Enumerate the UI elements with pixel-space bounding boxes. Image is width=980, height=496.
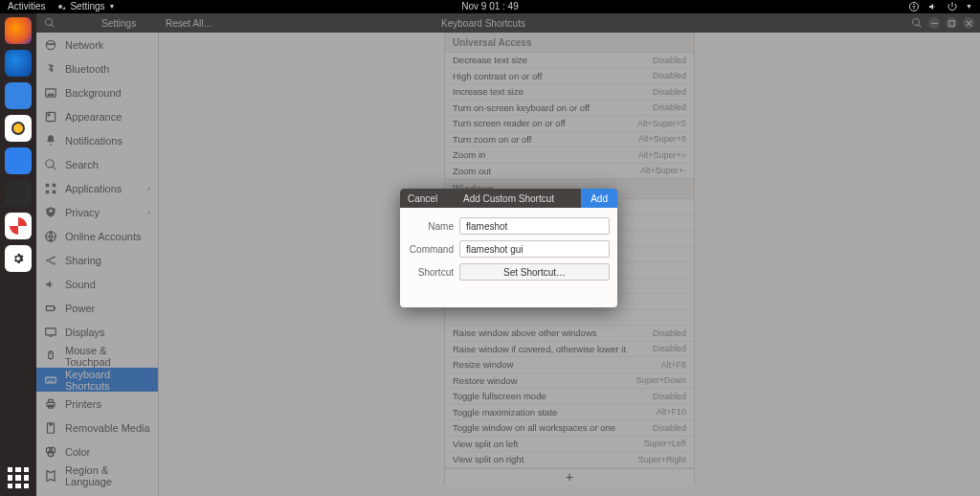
- shortcut-label: Shortcut: [408, 267, 454, 278]
- name-input[interactable]: [459, 217, 610, 235]
- set-shortcut-button[interactable]: Set Shortcut…: [459, 263, 610, 281]
- app-menu[interactable]: Settings ▼: [55, 0, 115, 13]
- accessibility-icon: [908, 1, 920, 12]
- gnome-topbar: Activities Settings ▼ Nov 9 01 : 49 ▼: [0, 0, 980, 13]
- dock-firefox[interactable]: [5, 17, 32, 44]
- add-shortcut-dialog: Cancel Add Custom Shortcut Add Name Comm…: [400, 189, 617, 307]
- dock-text-editor[interactable]: [5, 147, 32, 174]
- name-label: Name: [408, 221, 454, 232]
- dock: [0, 13, 36, 496]
- dock-terminal[interactable]: [5, 180, 32, 207]
- cancel-button[interactable]: Cancel: [400, 193, 445, 204]
- dialog-title: Add Custom Shortcut: [463, 193, 554, 204]
- power-icon: [947, 1, 958, 12]
- app-menu-label: Settings: [70, 0, 104, 13]
- clock[interactable]: Nov 9 01 : 49: [461, 0, 518, 13]
- command-input[interactable]: [459, 240, 610, 258]
- gear-icon: [12, 253, 24, 264]
- dock-thunderbird[interactable]: [5, 50, 32, 77]
- show-applications[interactable]: [8, 467, 29, 488]
- add-button[interactable]: Add: [581, 189, 617, 208]
- command-label: Command: [408, 244, 454, 255]
- dock-files[interactable]: [5, 82, 32, 109]
- dock-help[interactable]: [5, 213, 32, 239]
- volume-icon: [927, 1, 939, 12]
- svg-point-1: [913, 4, 915, 6]
- gear-icon: [55, 1, 66, 12]
- activities-button[interactable]: Activities: [8, 0, 45, 13]
- system-tray[interactable]: ▼: [908, 0, 980, 13]
- dialog-header: Cancel Add Custom Shortcut Add: [400, 189, 617, 208]
- dock-rhythmbox[interactable]: [5, 115, 32, 142]
- dock-settings[interactable]: [5, 245, 32, 272]
